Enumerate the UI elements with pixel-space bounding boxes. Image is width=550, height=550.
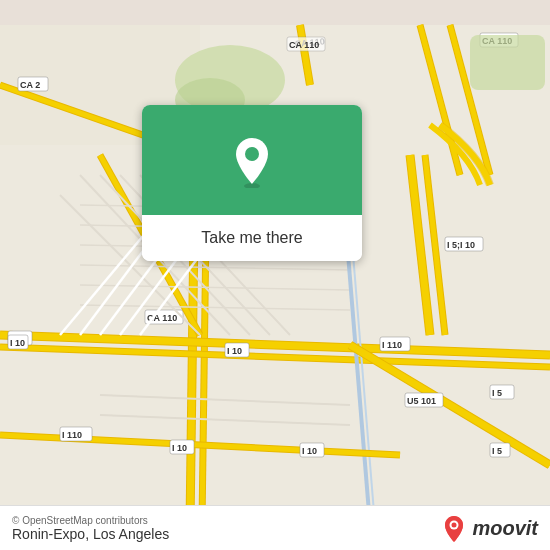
svg-point-94 bbox=[452, 523, 457, 528]
location-name: Ronin-Expo, Los Angeles bbox=[12, 526, 169, 542]
svg-text:I 5;I 10: I 5;I 10 bbox=[447, 240, 475, 250]
bottom-bar-info: © OpenStreetMap contributors Ronin-Expo,… bbox=[12, 515, 169, 542]
svg-text:CA 110: CA 110 bbox=[289, 40, 319, 50]
svg-text:I 10: I 10 bbox=[172, 443, 187, 453]
map-container: CA 110 CA 110 CA 110 U5 CA 110 I 10 I bbox=[0, 0, 550, 550]
svg-rect-90 bbox=[470, 35, 545, 90]
location-popup: Take me there bbox=[142, 105, 362, 261]
moovit-label: moovit bbox=[472, 517, 538, 540]
map-roads: CA 110 CA 110 CA 110 U5 CA 110 I 10 I bbox=[0, 0, 550, 550]
moovit-pin-icon bbox=[440, 514, 468, 542]
popup-header bbox=[142, 105, 362, 215]
svg-text:I 10: I 10 bbox=[302, 446, 317, 456]
svg-text:I 110: I 110 bbox=[382, 340, 402, 350]
svg-text:I 110: I 110 bbox=[62, 430, 82, 440]
svg-text:U5 101: U5 101 bbox=[407, 396, 436, 406]
svg-text:I 5: I 5 bbox=[492, 446, 502, 456]
svg-text:I 10: I 10 bbox=[227, 346, 242, 356]
svg-text:I 5: I 5 bbox=[492, 388, 502, 398]
svg-text:CA 2: CA 2 bbox=[20, 80, 40, 90]
bottom-bar: © OpenStreetMap contributors Ronin-Expo,… bbox=[0, 505, 550, 550]
location-pin-icon bbox=[230, 136, 274, 188]
svg-point-92 bbox=[245, 147, 259, 161]
copyright-text: © OpenStreetMap contributors bbox=[12, 515, 169, 526]
take-me-there-button[interactable]: Take me there bbox=[142, 215, 362, 261]
moovit-logo: moovit bbox=[440, 514, 538, 542]
svg-text:I 10: I 10 bbox=[10, 338, 25, 348]
